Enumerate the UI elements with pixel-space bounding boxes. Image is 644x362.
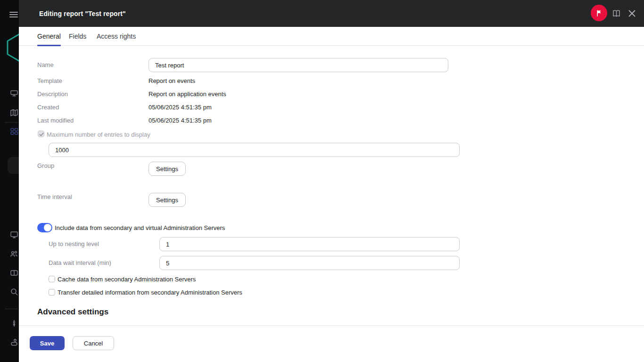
dialog-titlebar: Editing report "Test report"	[19, 0, 644, 27]
template-label: Template	[37, 77, 62, 84]
toggle-knob	[44, 224, 51, 231]
edit-report-dialog: Editing report "Test report" General Fie…	[19, 0, 644, 362]
flag-icon	[595, 9, 603, 17]
users-group-icon[interactable]	[10, 250, 18, 258]
repositories-icon[interactable]	[10, 269, 18, 277]
last-modified-label: Last modified	[37, 117, 74, 124]
console-settings-sliders-icon[interactable]	[10, 319, 18, 328]
map-icon[interactable]	[10, 108, 18, 117]
feedback-flag-button[interactable]	[591, 5, 607, 21]
dialog-title: Editing report "Test report"	[39, 0, 126, 27]
nesting-level-input[interactable]	[159, 237, 460, 251]
search-icon[interactable]	[10, 288, 18, 296]
tab-general[interactable]: General	[37, 27, 61, 46]
max-entries-input[interactable]	[49, 143, 460, 157]
max-entries-checkbox[interactable]	[38, 131, 44, 137]
group-settings-button[interactable]: Settings	[149, 162, 186, 176]
sidebar-divider	[5, 309, 18, 309]
name-input[interactable]	[149, 58, 448, 72]
save-button[interactable]: Save	[30, 336, 65, 350]
tab-fields[interactable]: Fields	[69, 27, 86, 46]
description-label: Description	[37, 90, 68, 98]
include-secondary-label: Include data from secondary and virtual …	[55, 224, 225, 231]
close-icon[interactable]	[627, 9, 636, 18]
description-value: Report on application events	[149, 90, 226, 98]
menu-hamburger-icon[interactable]	[9, 12, 18, 17]
account-person-icon[interactable]	[10, 338, 18, 346]
name-label: Name	[37, 61, 54, 68]
help-book-icon[interactable]	[612, 9, 621, 18]
max-entries-label: Maximum number of entries to display	[47, 131, 150, 138]
checkmark-icon	[39, 132, 44, 137]
cancel-button[interactable]: Cancel	[73, 336, 114, 350]
created-label: Created	[37, 104, 59, 111]
transfer-info-label: Transfer detailed information from secon…	[58, 289, 242, 296]
tab-access-rights[interactable]: Access rights	[97, 27, 136, 46]
time-interval-settings-button[interactable]: Settings	[149, 193, 186, 207]
created-value: 05/06/2025 4:51:35 pm	[149, 104, 212, 111]
cache-data-checkbox[interactable]	[49, 276, 55, 282]
dialog-tabbar: General Fields Access rights	[19, 27, 644, 46]
sidebar-divider	[5, 122, 18, 123]
wait-interval-label: Data wait interval (min)	[49, 259, 111, 266]
footer-divider	[19, 325, 644, 326]
include-secondary-toggle[interactable]	[37, 223, 52, 232]
nesting-level-label: Up to nesting level	[49, 240, 99, 247]
monitoring-dashboard-icon[interactable]	[10, 127, 18, 136]
transfer-info-checkbox[interactable]	[49, 289, 55, 296]
group-label: Group	[37, 162, 54, 169]
template-value: Report on events	[149, 77, 195, 84]
devices-monitor-icon[interactable]	[10, 230, 18, 239]
server-console-icon[interactable]	[10, 89, 18, 98]
last-modified-value: 05/06/2025 4:51:35 pm	[149, 117, 212, 124]
wait-interval-input[interactable]	[159, 256, 460, 270]
advanced-settings-heading[interactable]: Advanced settings	[37, 307, 108, 317]
cache-data-label: Cache data from secondary Administration…	[58, 276, 196, 283]
time-interval-label: Time interval	[37, 193, 72, 200]
